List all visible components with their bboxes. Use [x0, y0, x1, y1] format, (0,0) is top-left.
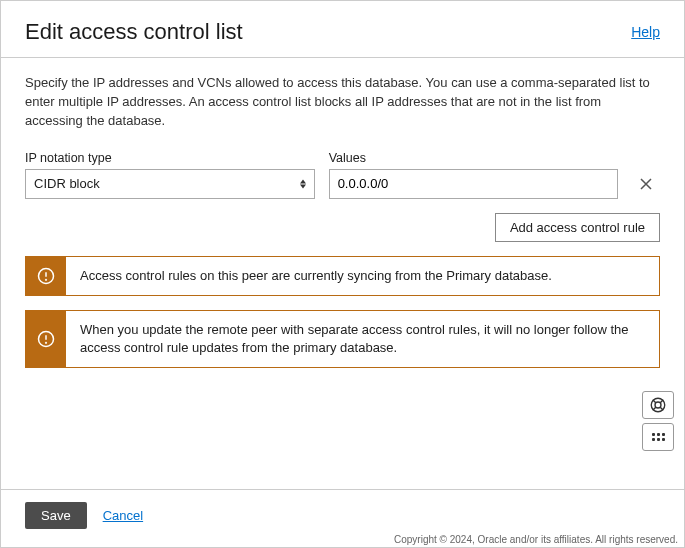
app-grid-button[interactable] — [642, 423, 674, 451]
add-row: Add access control rule — [25, 213, 660, 242]
close-icon — [639, 177, 653, 191]
copyright-text: Copyright © 2024, Oracle and/or its affi… — [394, 534, 678, 545]
values-input[interactable] — [329, 169, 619, 199]
ip-type-value: CIDR block — [34, 176, 100, 191]
page-title: Edit access control list — [25, 19, 243, 45]
alert-text: When you update the remote peer with sep… — [66, 311, 659, 367]
warning-icon — [37, 267, 55, 285]
values-label: Values — [329, 151, 619, 165]
add-rule-button[interactable]: Add access control rule — [495, 213, 660, 242]
select-caret-icon — [300, 179, 306, 188]
alert-stripe — [26, 257, 66, 295]
warning-alert: When you update the remote peer with sep… — [25, 310, 660, 368]
alert-text: Access control rules on this peer are cu… — [66, 257, 566, 295]
rule-row: IP notation type CIDR block Values — [25, 151, 660, 199]
remove-rule-button[interactable] — [632, 169, 660, 199]
floating-tools — [642, 391, 674, 451]
warning-icon — [37, 330, 55, 348]
svg-point-5 — [46, 342, 47, 343]
lifebuoy-icon — [649, 396, 667, 414]
cancel-link[interactable]: Cancel — [103, 508, 143, 523]
svg-point-2 — [46, 279, 47, 280]
ip-type-label: IP notation type — [25, 151, 315, 165]
svg-point-7 — [655, 402, 661, 408]
alert-stripe — [26, 311, 66, 367]
warning-alert: Access control rules on this peer are cu… — [25, 256, 660, 296]
dialog-header: Edit access control list Help — [1, 1, 684, 57]
grid-icon — [652, 433, 665, 441]
save-button[interactable]: Save — [25, 502, 87, 529]
ip-type-select[interactable]: CIDR block — [25, 169, 315, 199]
help-link[interactable]: Help — [631, 24, 660, 40]
values-field: Values — [329, 151, 619, 199]
description-text: Specify the IP addresses and VCNs allowe… — [25, 74, 660, 131]
dialog-footer: Save Cancel — [1, 489, 684, 529]
help-tool-button[interactable] — [642, 391, 674, 419]
dialog-body: Specify the IP addresses and VCNs allowe… — [1, 57, 684, 368]
ip-type-field: IP notation type CIDR block — [25, 151, 315, 199]
